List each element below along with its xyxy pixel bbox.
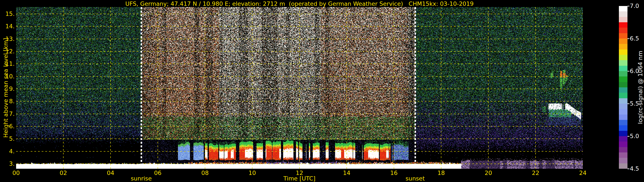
y-tick-label: 4. (0, 148, 14, 155)
y-tick-label: 12. (0, 48, 14, 55)
x-tick-label: 14 (338, 170, 355, 176)
y-tick-label: 11. (0, 60, 14, 67)
x-tick-label: 24 (574, 170, 592, 176)
colorbar-swatch (619, 6, 628, 11)
x-tick-label: 06 (149, 170, 166, 176)
colorbar-swatch (619, 125, 628, 131)
colorbar-swatch (619, 55, 628, 60)
colorbar-swatch (619, 17, 628, 22)
colorbar-swatch (619, 11, 628, 17)
x-tick-label: 18 (432, 170, 450, 176)
colorbar-swatch (619, 33, 628, 39)
y-tick-label: 6. (0, 123, 14, 130)
colorbar-swatch (619, 158, 628, 163)
colorbar-swatch (619, 120, 628, 125)
colorbar-tick-label: 7.0 (630, 2, 644, 9)
colorbar-swatch (619, 77, 628, 82)
x-tick-label: 22 (527, 170, 544, 176)
colorbar-tick (628, 169, 630, 169)
colorbar-tick-label: 6.5 (630, 35, 644, 42)
y-tick-label: 13. (0, 36, 14, 42)
colorbar-swatch (619, 142, 628, 147)
x-tick-label: 04 (102, 170, 119, 176)
colorbar-swatch (619, 71, 628, 77)
x-tick-label: 00 (8, 170, 25, 176)
x-tick-label: 12 (291, 170, 308, 176)
colorbar-label: log(rc-signal) @ 1064 nm (637, 51, 644, 124)
y-tick-label: 5. (0, 135, 14, 142)
x-tick-label: 02 (55, 170, 72, 176)
colorbar-swatch (619, 109, 628, 114)
backscatter-heatmap (16, 7, 583, 169)
page-title: UFS, Germany; 47.417 N / 10.980 E; eleva… (16, 0, 583, 7)
colorbar-tick-label: 4.5 (630, 165, 644, 172)
colorbar-swatch (619, 22, 628, 28)
y-tick-label: 8. (0, 98, 14, 105)
colorbar-swatch (619, 163, 628, 169)
colorbar-swatch (619, 98, 628, 104)
y-tick-label: 10. (0, 73, 14, 80)
colorbar-swatch (619, 136, 628, 142)
colorbar-tick-label: 5.5 (630, 100, 644, 107)
y-tick-label: 15. (0, 10, 14, 17)
colorbar-swatch (619, 93, 628, 98)
y-tick-label: 7. (0, 110, 14, 117)
colorbar-swatch (619, 28, 628, 33)
colorbar-swatch (619, 66, 628, 71)
colorbar-tick (628, 136, 630, 137)
colorbar-swatch (619, 147, 628, 152)
colorbar-tick-label: 6.0 (630, 68, 644, 75)
colorbar-swatch (619, 131, 628, 136)
colorbar-tick (628, 6, 630, 6)
colorbar-swatch (619, 60, 628, 66)
colorbar-swatch (619, 87, 628, 93)
y-tick-label: 14. (0, 23, 14, 30)
colorbar-tick (628, 71, 630, 72)
colorbar-swatch (619, 104, 628, 109)
x-tick-label: 16 (385, 170, 402, 176)
y-tick-label: 3. (0, 160, 14, 167)
y-tick-label: 9. (0, 86, 14, 92)
x-tick-label: 08 (196, 170, 214, 176)
colorbar-tick (628, 103, 630, 104)
colorbar-swatch (619, 44, 628, 49)
colorbar-swatch (619, 49, 628, 55)
colorbar-swatch (619, 39, 628, 44)
colorbar-tick-label: 5.0 (630, 133, 644, 140)
x-tick-label: 10 (244, 170, 261, 176)
colorbar (619, 6, 628, 169)
colorbar-swatch (619, 114, 628, 120)
x-tick-label: 20 (480, 170, 497, 176)
colorbar-swatch (619, 82, 628, 87)
colorbar-tick (628, 38, 630, 39)
ceilometer-quicklook: UFS, Germany; 47.417 N / 10.980 E; eleva… (0, 0, 644, 182)
colorbar-swatch (619, 152, 628, 158)
